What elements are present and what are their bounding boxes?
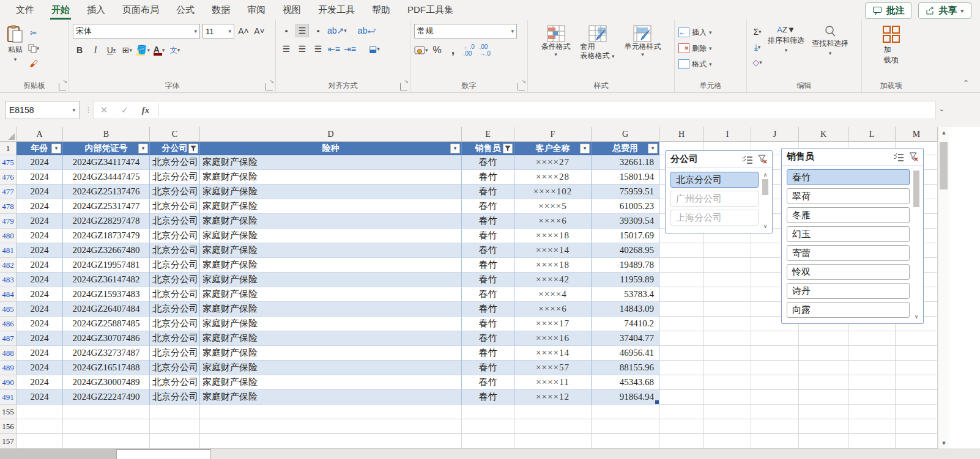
- cell-fee[interactable]: 15801.94: [592, 170, 659, 185]
- align-middle-icon[interactable]: ☰: [295, 24, 309, 37]
- insert-cells-button[interactable]: ⇐ 插入▾: [678, 25, 743, 40]
- row-header[interactable]: 155: [0, 405, 17, 419]
- cell-fee[interactable]: 45343.68: [592, 375, 659, 390]
- multi-select-icon[interactable]: [742, 155, 753, 164]
- cell[interactable]: [17, 419, 63, 434]
- cell[interactable]: [462, 419, 514, 434]
- cell-year[interactable]: 2024: [17, 170, 63, 185]
- cell-company[interactable]: 北京分公司: [150, 361, 200, 375]
- comma-icon[interactable]: ,: [447, 43, 460, 57]
- cell[interactable]: [751, 331, 799, 346]
- accounting-format-icon[interactable]: ▾: [414, 43, 428, 57]
- cell-voucher[interactable]: 2024GZ30707486: [63, 331, 150, 346]
- column-header-a[interactable]: A: [17, 127, 63, 142]
- cell-seller[interactable]: 春竹: [462, 287, 514, 302]
- table-header-insurance[interactable]: 险种 ▾: [200, 142, 462, 155]
- cell-seller[interactable]: 春竹: [462, 155, 514, 170]
- clear-filter-icon[interactable]: [758, 155, 767, 164]
- cell-company[interactable]: 北京分公司: [150, 214, 200, 229]
- slicer-item[interactable]: 向露: [787, 302, 910, 318]
- cell-year[interactable]: 2024: [17, 258, 63, 273]
- alignment-dialog-launcher[interactable]: [400, 83, 407, 90]
- bold-icon[interactable]: B: [73, 43, 86, 57]
- wrap-text-icon[interactable]: ab⮐: [358, 24, 376, 37]
- slicer-item[interactable]: 怜双: [787, 264, 910, 280]
- cell[interactable]: [704, 243, 751, 258]
- cell-company[interactable]: 北京分公司: [150, 302, 200, 317]
- slicer-item[interactable]: 广州分公司: [670, 191, 759, 207]
- cell-company[interactable]: 北京分公司: [150, 390, 200, 405]
- cell-insurance[interactable]: 家庭财产保险: [200, 302, 462, 317]
- cell-insurance[interactable]: 家庭财产保险: [200, 317, 462, 331]
- cell[interactable]: [659, 317, 704, 331]
- slicer-item[interactable]: 幻玉: [787, 226, 910, 242]
- cell-voucher[interactable]: 2024GZ16517488: [63, 361, 150, 375]
- cell-voucher[interactable]: 2024GZ15937483: [63, 287, 150, 302]
- cell[interactable]: [751, 434, 799, 449]
- cell[interactable]: [17, 434, 63, 449]
- row-header[interactable]: 156: [0, 419, 17, 434]
- increase-decimal-icon[interactable]: ←.0.00: [462, 43, 476, 57]
- cell-customer[interactable]: ××××16: [514, 331, 592, 346]
- cell-customer[interactable]: ××××28: [514, 170, 592, 185]
- cell-fee[interactable]: 14843.09: [592, 302, 659, 317]
- column-header-i[interactable]: I: [704, 127, 751, 142]
- cell-insurance[interactable]: 家庭财产保险: [200, 243, 462, 258]
- cell-year[interactable]: 2024: [17, 390, 63, 405]
- cell[interactable]: [63, 419, 150, 434]
- row-header[interactable]: 476: [0, 170, 17, 185]
- cell[interactable]: [704, 346, 751, 361]
- cell-insurance[interactable]: 家庭财产保险: [200, 214, 462, 229]
- cell[interactable]: [462, 434, 514, 449]
- column-header-d[interactable]: D: [200, 127, 462, 142]
- cell-company[interactable]: 北京分公司: [150, 155, 200, 170]
- cell-fee[interactable]: 61005.23: [592, 199, 659, 214]
- align-center-icon[interactable]: ☰: [295, 42, 309, 56]
- cell-customer[interactable]: ××××42: [514, 273, 592, 287]
- grow-font-icon[interactable]: A˄: [237, 24, 250, 38]
- cell-year[interactable]: 2024: [17, 273, 63, 287]
- cell[interactable]: [659, 375, 704, 390]
- cell-voucher[interactable]: 2024GZ32667480: [63, 243, 150, 258]
- paste-button[interactable]: 粘贴 ▾: [4, 24, 27, 70]
- table-header-fee[interactable]: 总费用 ▾: [592, 142, 659, 155]
- collapse-ribbon-icon[interactable]: ⌃: [963, 79, 969, 87]
- row-header[interactable]: 489: [0, 361, 17, 375]
- cell[interactable]: [848, 361, 896, 375]
- cell-fee[interactable]: 88155.96: [592, 361, 659, 375]
- cell[interactable]: [200, 434, 462, 449]
- tab-view[interactable]: 视图: [274, 1, 310, 20]
- cell-seller[interactable]: 春竹: [462, 170, 514, 185]
- tab-formulas[interactable]: 公式: [168, 1, 203, 20]
- cell[interactable]: [659, 243, 704, 258]
- cell-customer[interactable]: ××××6: [514, 302, 592, 317]
- clear-icon[interactable]: ◇▾: [751, 56, 764, 69]
- cancel-icon[interactable]: ✕: [94, 105, 114, 116]
- table-header-year[interactable]: 年份 ▾: [17, 142, 63, 155]
- number-dialog-launcher[interactable]: [518, 83, 525, 90]
- cell-company[interactable]: 北京分公司: [150, 243, 200, 258]
- filter-funnel-icon[interactable]: [188, 144, 198, 153]
- cell-insurance[interactable]: 家庭财产保险: [200, 229, 462, 243]
- cell-customer[interactable]: ××××12: [514, 390, 592, 405]
- cell[interactable]: [592, 434, 659, 449]
- tab-help[interactable]: 帮助: [363, 1, 399, 20]
- table-header-voucher[interactable]: 内部凭证号 ▾: [63, 142, 150, 155]
- cell-voucher[interactable]: 2024GZ34117474: [63, 155, 150, 170]
- cell-insurance[interactable]: 家庭财产保险: [200, 258, 462, 273]
- cell[interactable]: [704, 317, 751, 331]
- autosum-icon[interactable]: Σ▾: [751, 25, 764, 39]
- cell-seller[interactable]: 春竹: [462, 185, 514, 199]
- cell-company[interactable]: 北京分公司: [150, 317, 200, 331]
- cell-year[interactable]: 2024: [17, 185, 63, 199]
- row-header[interactable]: 485: [0, 302, 17, 317]
- table-header-seller[interactable]: 销售员: [462, 142, 514, 155]
- cell[interactable]: [896, 331, 938, 346]
- cell[interactable]: [704, 405, 751, 419]
- format-painter-icon[interactable]: 🖌: [27, 57, 40, 70]
- cell[interactable]: [659, 287, 704, 302]
- cell-seller[interactable]: 春竹: [462, 258, 514, 273]
- cell-seller[interactable]: 春竹: [462, 361, 514, 375]
- enter-icon[interactable]: ✓: [114, 105, 135, 116]
- find-select-button[interactable]: 查找和选择 ▾: [808, 24, 852, 69]
